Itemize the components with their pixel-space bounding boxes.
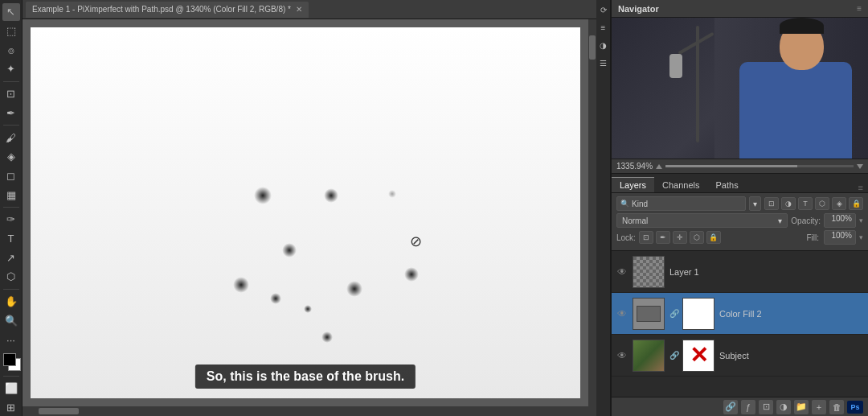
tab-paths[interactable]: Paths <box>708 177 747 192</box>
brush-dot-9 <box>321 332 333 343</box>
zoom-tool[interactable]: 🔍 <box>2 311 20 329</box>
add-mask-button[interactable]: ⊡ <box>759 400 773 414</box>
lock-move-icon[interactable]: ✛ <box>673 231 687 244</box>
subject-visibility[interactable]: 👁 <box>616 350 628 361</box>
color-fill-2-thumbnail <box>633 298 665 330</box>
clone-stamp-tool[interactable]: ◈ <box>2 148 20 166</box>
layers-list: 👁 Layer 1 👁 🔗 Color Fill 2 👁 🔗 <box>612 251 868 397</box>
marquee-tool[interactable]: ⬚ <box>2 23 20 40</box>
color-fill-2-name: Color Fill 2 <box>719 309 863 319</box>
subject-mask: ✕ <box>682 340 714 372</box>
path-select-tool[interactable]: ↗ <box>2 249 20 266</box>
layer-item-subject[interactable]: 👁 🔗 ✕ Subject <box>612 335 868 377</box>
no-cursor-icon: ⊘ <box>410 233 422 250</box>
lock-pixel-icon[interactable]: ⊡ <box>639 231 653 244</box>
layer-link-icon: 🔗 <box>669 309 678 318</box>
nav-person-hair <box>780 18 824 34</box>
layer-item-1[interactable]: 👁 Layer 1 <box>612 251 868 293</box>
link-layers-button[interactable]: 🔗 <box>723 400 738 414</box>
navigator-panel-header: Navigator ≡ <box>612 0 868 18</box>
smart-layer-icon[interactable]: ◈ <box>832 197 846 210</box>
navigator-close-button[interactable]: ≡ <box>857 4 862 13</box>
color-fill-2-visibility[interactable]: 👁 <box>616 308 628 319</box>
lock-label: Lock: <box>616 233 636 242</box>
scrollbar-track[interactable] <box>588 19 596 406</box>
lock-all-icon[interactable]: 🔒 <box>706 231 721 244</box>
blend-mode-dropdown[interactable]: Normal ▾ <box>616 213 788 228</box>
scrollbar-thumb[interactable] <box>589 35 596 60</box>
more-tools[interactable]: ··· <box>2 331 20 348</box>
separator-3 <box>3 207 19 208</box>
properties-icon[interactable]: ≡ <box>597 21 610 34</box>
brush-dot-1 <box>254 187 272 204</box>
layers-bottom-bar: 🔗 ƒ ⊡ ◑ 📁 + 🗑 Ps <box>612 397 868 416</box>
subject-name: Subject <box>719 351 863 360</box>
foreground-color-swatch[interactable] <box>3 353 16 366</box>
brush-tool[interactable]: 🖌 <box>2 129 20 146</box>
opacity-arrow: ▾ <box>859 216 863 224</box>
zoom-slider[interactable] <box>665 165 854 167</box>
document-tab[interactable]: Example 1 - PiXimperfect with Path.psd @… <box>26 2 309 18</box>
libraries-icon[interactable]: ☰ <box>597 56 610 69</box>
layer-1-visibility[interactable]: 👁 <box>616 266 628 278</box>
layer-item-color-fill-2[interactable]: 👁 🔗 Color Fill 2 <box>612 293 868 335</box>
right-panel: Navigator ≡ 1335.94% <box>611 0 868 416</box>
opacity-row: Opacity: 100% ▾ <box>791 213 863 228</box>
lock-paint-icon[interactable]: ✒ <box>656 231 670 244</box>
kind-dropdown-arrow: ▾ <box>753 200 757 208</box>
kind-search-box[interactable]: 🔍 Kind <box>616 196 746 211</box>
color-swatches[interactable] <box>0 353 23 373</box>
right-icon-bar: ⟳ ≡ ◑ ☰ <box>596 0 611 416</box>
type-tool[interactable]: T <box>2 230 20 248</box>
opacity-value[interactable]: 100% <box>824 213 856 228</box>
fill-value[interactable]: 100% <box>824 230 856 245</box>
gradient-tool[interactable]: ▦ <box>2 186 20 204</box>
layers-panel-menu[interactable]: ≡ <box>854 183 868 192</box>
canvas-document: ⊘ So, this is the base of the brush. <box>31 27 580 398</box>
adjustment-layer-icon[interactable]: ◑ <box>781 197 796 210</box>
kind-dropdown[interactable]: ▾ <box>749 196 761 211</box>
move-tool[interactable]: ↖ <box>2 3 20 21</box>
layer-1-name: Layer 1 <box>669 267 863 277</box>
blend-mode-label: Normal <box>622 216 648 225</box>
screen-mode-tool[interactable]: ⬜ <box>2 380 20 397</box>
type-layer-icon[interactable]: T <box>798 197 813 210</box>
locked-layer-icon[interactable]: 🔒 <box>849 197 863 210</box>
screen-toggle[interactable]: ⊞ <box>2 398 20 416</box>
shape-tool[interactable]: ⬡ <box>2 268 20 286</box>
new-adjustment-button[interactable]: ◑ <box>776 400 791 414</box>
tab-close-button[interactable]: ✕ <box>296 5 302 14</box>
hand-tool[interactable]: ✋ <box>2 293 20 311</box>
crop-tool[interactable]: ⊡ <box>2 85 20 103</box>
shape-layer-icon[interactable]: ⬡ <box>815 197 829 210</box>
pen-tool[interactable]: ✑ <box>2 211 20 229</box>
lasso-tool[interactable]: ⌾ <box>2 41 20 59</box>
lock-fill-row: Lock: ⊡ ✒ ✛ ⬡ 🔒 Fill: 100% ▾ <box>616 230 863 245</box>
color-fill-2-mask <box>682 298 714 330</box>
h-scrollbar-thumb[interactable] <box>39 408 79 414</box>
canvas-container[interactable]: ⊘ So, this is the base of the brush. <box>23 19 588 406</box>
subtitle-text: So, this is the base of the brush. <box>195 365 416 389</box>
new-layer-button[interactable]: + <box>812 400 826 414</box>
add-style-button[interactable]: ƒ <box>741 400 755 414</box>
tab-channels[interactable]: Channels <box>654 177 707 192</box>
pixel-layer-icon[interactable]: ⊡ <box>764 197 779 210</box>
vertical-scrollbar[interactable] <box>588 19 596 406</box>
fill-arrow: ▾ <box>859 233 863 241</box>
zoom-down-arrow[interactable] <box>656 164 662 169</box>
eyedropper-tool[interactable]: ✒ <box>2 105 20 122</box>
eraser-tool[interactable]: ◻ <box>2 167 20 185</box>
history-icon[interactable]: ⟳ <box>597 3 610 16</box>
magic-wand-tool[interactable]: ✦ <box>2 60 20 78</box>
ps-logo: Ps <box>847 401 863 414</box>
delete-layer-button[interactable]: 🗑 <box>829 400 844 414</box>
lock-artboard-icon[interactable]: ⬡ <box>690 231 704 244</box>
subject-thumbnail <box>633 340 665 372</box>
new-group-button[interactable]: 📁 <box>794 400 809 414</box>
horizontal-scrollbar[interactable] <box>23 406 596 416</box>
tab-layers[interactable]: Layers <box>612 177 654 192</box>
adjustments-icon[interactable]: ◑ <box>597 39 610 51</box>
main-area: Example 1 - PiXimperfect with Path.psd @… <box>23 0 596 416</box>
zoom-up-arrow[interactable] <box>857 164 863 169</box>
navigator-panel: Navigator ≡ 1335.94% <box>612 0 868 174</box>
